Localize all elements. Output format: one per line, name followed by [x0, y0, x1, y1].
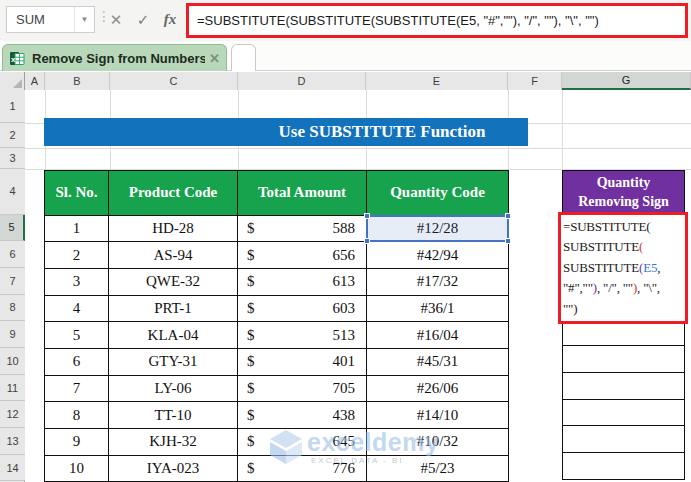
result-empty-cell[interactable] [563, 373, 685, 400]
column-header-C[interactable]: C [110, 72, 238, 90]
excel-window: SUM ▼ ⋮ ✕ ✓ fx =SUBSTITUTE(SUBSTITUTE(SU… [0, 0, 691, 482]
result-column-header[interactable]: Quantity Removing Sign [562, 170, 685, 215]
cell-sl-no[interactable]: 4 [45, 296, 109, 323]
cell-quantity-code[interactable]: #45/31 [367, 349, 509, 376]
row-header-11[interactable]: 11 [0, 375, 25, 402]
cell-quantity-code[interactable]: #5/23 [367, 456, 509, 482]
row-header-12[interactable]: 12 [0, 401, 25, 428]
cell-total-amount[interactable]: $401 [238, 349, 367, 376]
formula-line: =SUBSTITUTE( [563, 217, 685, 238]
table-body: 1HD-28$588#12/282AS-94$656#42/943QWE-32$… [45, 216, 509, 482]
cell-product-code[interactable]: KLA-04 [109, 322, 238, 349]
cell-product-code[interactable]: HD-28 [109, 216, 238, 243]
title-banner[interactable]: Use SUBSTITUTE Function [44, 118, 528, 146]
cell-total-amount[interactable]: $776 [238, 456, 367, 482]
cell-total-amount[interactable]: $513 [238, 322, 367, 349]
cell-sl-no[interactable]: 7 [45, 376, 109, 403]
cell-sl-no[interactable]: 10 [45, 456, 109, 482]
new-sheet-tab-stub[interactable] [231, 44, 256, 71]
table-header-cell: Total Amount [238, 171, 367, 216]
enter-button[interactable]: ✓ [130, 6, 156, 33]
selection-handle[interactable] [364, 213, 370, 219]
cell-total-amount[interactable]: $656 [238, 242, 367, 269]
cell-reference-highlight-E5[interactable] [366, 215, 509, 243]
cell-quantity-code[interactable]: #14/10 [367, 402, 509, 429]
column-header-F[interactable]: F [508, 72, 562, 90]
cell-total-amount[interactable]: $645 [238, 429, 367, 456]
cell-quantity-code[interactable]: #17/32 [367, 269, 509, 296]
row-header-3[interactable]: 3 [0, 148, 25, 169]
cell-quantity-code[interactable]: #42/94 [367, 242, 509, 269]
cell-total-amount[interactable]: $705 [238, 376, 367, 403]
cancel-button[interactable]: ✕ [103, 6, 129, 33]
row-header-5[interactable]: 5 [0, 215, 25, 242]
cell-product-code[interactable]: PRT-1 [109, 296, 238, 323]
cell-sl-no[interactable]: 2 [45, 242, 109, 269]
column-headers: ABCDEFG [0, 72, 691, 90]
column-header-D[interactable]: D [238, 72, 366, 90]
selection-handle[interactable] [505, 238, 511, 244]
result-empty-cell[interactable] [563, 346, 685, 373]
cell-sl-no[interactable]: 3 [45, 269, 109, 296]
cell-product-code[interactable]: GTY-31 [109, 349, 238, 376]
row-header-10[interactable]: 10 [0, 348, 25, 375]
row-header-9[interactable]: 9 [0, 321, 25, 348]
tab-close-icon[interactable]: ✕ [205, 51, 220, 66]
result-empty-cell[interactable] [563, 453, 685, 480]
select-all-corner[interactable] [0, 72, 25, 90]
cell-sl-no[interactable]: 1 [45, 216, 109, 243]
column-header-A[interactable]: A [25, 72, 45, 90]
column-header-B[interactable]: B [45, 72, 110, 90]
row-header-1[interactable]: 1 [0, 90, 25, 123]
row-header-8[interactable]: 8 [0, 295, 25, 322]
cell-quantity-code[interactable]: #36/1 [367, 296, 509, 323]
cell-sl-no[interactable]: 8 [45, 402, 109, 429]
cell-product-code[interactable]: KJH-32 [109, 429, 238, 456]
table-row: 10IYA-023$776#5/23 [45, 456, 509, 482]
cell-sl-no[interactable]: 9 [45, 429, 109, 456]
row-header-14[interactable]: 14 [0, 455, 25, 482]
cell-quantity-code[interactable]: #26/06 [367, 376, 509, 403]
row-header-6[interactable]: 6 [0, 241, 25, 268]
formula-bar-area: SUM ▼ ⋮ ✕ ✓ fx =SUBSTITUTE(SUBSTITUTE(SU… [0, 0, 691, 41]
row-header-7[interactable]: 7 [0, 268, 25, 295]
name-box-dropdown-icon[interactable]: ▼ [74, 7, 94, 32]
cell-quantity-code[interactable]: #10/32 [367, 429, 509, 456]
result-empty-cell[interactable] [563, 320, 685, 347]
cell-product-code[interactable]: IYA-023 [109, 456, 238, 482]
cell-product-code[interactable]: AS-94 [109, 242, 238, 269]
selection-handle[interactable] [364, 238, 370, 244]
cell-sl-no[interactable]: 5 [45, 322, 109, 349]
row-header-4[interactable]: 4 [0, 169, 25, 215]
insert-function-button[interactable]: fx [157, 6, 183, 33]
cell-total-amount[interactable]: $588 [238, 216, 367, 243]
cell-product-code[interactable]: LY-06 [109, 376, 238, 403]
cell-total-amount[interactable]: $603 [238, 296, 367, 323]
column-header-G[interactable]: G [562, 72, 691, 90]
table-header-row: Sl. No.Product CodeTotal AmountQuantity … [45, 171, 509, 216]
cell-product-code[interactable]: TT-10 [109, 402, 238, 429]
selection-handle[interactable] [505, 213, 511, 219]
name-box-value: SUM [7, 12, 74, 27]
name-box[interactable]: SUM ▼ [6, 6, 95, 33]
cell-quantity-code[interactable]: #16/04 [367, 322, 509, 349]
cell-product-code[interactable]: QWE-32 [109, 269, 238, 296]
sheet-tab-label: Remove Sign from Numbers * [25, 51, 205, 66]
sheet-tab-strip: x Remove Sign from Numbers * ✕ [0, 41, 691, 71]
result-empty-cell[interactable] [563, 400, 685, 427]
row-header-2[interactable]: 2 [0, 123, 25, 148]
cell-sl-no[interactable]: 6 [45, 349, 109, 376]
gridline [25, 148, 691, 149]
sheet-tab-active[interactable]: x Remove Sign from Numbers * ✕ [2, 44, 227, 71]
cell-total-amount[interactable]: $613 [238, 269, 367, 296]
gridline [562, 90, 563, 169]
cell-total-amount[interactable]: $438 [238, 402, 367, 429]
formula-cell-G5[interactable]: =SUBSTITUTE(SUBSTITUTE(SUBSTITUTE(E5,"#"… [558, 212, 688, 324]
row-header-13[interactable]: 13 [0, 428, 25, 455]
column-header-E[interactable]: E [366, 72, 508, 90]
formula-input[interactable]: =SUBSTITUTE(SUBSTITUTE(SUBSTITUTE(E5, "#… [186, 3, 688, 38]
result-empty-cell[interactable] [563, 426, 685, 453]
excel-file-icon: x [10, 51, 25, 66]
result-empty-cells [562, 320, 685, 480]
table-header-cell: Sl. No. [45, 171, 109, 216]
